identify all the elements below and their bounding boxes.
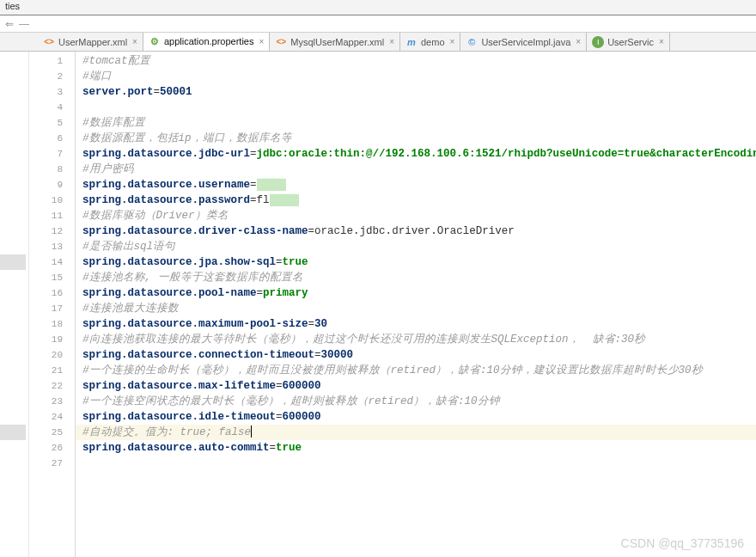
tab-usermapper-xml[interactable]: <>UserMapper.xml× bbox=[38, 33, 143, 51]
line-number: 18 bbox=[29, 316, 75, 332]
code-line[interactable]: spring.datasource.max-lifetime=600000 bbox=[76, 378, 756, 394]
java-file-icon: © bbox=[466, 36, 478, 48]
tab-userservice[interactable]: IUserServic× bbox=[587, 33, 670, 51]
tab-label: MysqlUserMapper.xml bbox=[290, 37, 384, 47]
redacted-value: ████ bbox=[257, 179, 286, 191]
line-number: 17 bbox=[29, 301, 75, 316]
line-number: 9 bbox=[29, 177, 75, 193]
breakpoint-gutter[interactable] bbox=[0, 52, 29, 557]
code-line[interactable]: #用户密码 bbox=[76, 162, 756, 177]
code-line[interactable]: spring.datasource.connection-timeout=300… bbox=[76, 347, 756, 363]
code-line[interactable]: #一个连接空闲状态的最大时长（毫秒），超时则被释放（retired），缺省:10… bbox=[76, 394, 756, 409]
line-number: 22 bbox=[29, 378, 75, 394]
tab-label: UserServiceImpl.java bbox=[481, 37, 570, 47]
tab-userserviceimpl-java[interactable]: ©UserServiceImpl.java× bbox=[460, 33, 587, 51]
window-title: ties bbox=[5, 1, 20, 11]
prop-file-icon: ⚙ bbox=[149, 35, 161, 47]
code-line[interactable] bbox=[76, 456, 756, 471]
code-line[interactable]: #连接池最大连接数 bbox=[76, 301, 756, 316]
line-number: 14 bbox=[29, 254, 75, 270]
code-line[interactable]: spring.datasource.auto-commit=true bbox=[76, 440, 756, 456]
line-number: 19 bbox=[29, 332, 75, 347]
line-number: 6 bbox=[29, 131, 75, 146]
code-line[interactable]: #端口 bbox=[76, 69, 756, 84]
window-title-bar: ties bbox=[0, 0, 756, 15]
line-number: 24 bbox=[29, 409, 75, 425]
tab-label: UserServic bbox=[607, 37, 654, 47]
code-line[interactable]: spring.datasource.idle-timeout=600000 bbox=[76, 409, 756, 425]
tab-label: UserMapper.xml bbox=[58, 37, 127, 47]
close-icon[interactable]: × bbox=[258, 37, 266, 46]
line-number: 1 bbox=[29, 53, 75, 69]
code-line[interactable]: #是否输出sql语句 bbox=[76, 239, 756, 254]
tab-mysqlusermapper-xml[interactable]: <>MysqlUserMapper.xml× bbox=[270, 33, 400, 51]
line-number: 12 bbox=[29, 223, 75, 239]
code-line[interactable]: #一个连接的生命时长（毫秒），超时而且没被使用则被释放（retired），缺省:… bbox=[76, 363, 756, 378]
close-icon[interactable]: × bbox=[131, 37, 139, 46]
code-line[interactable]: spring.datasource.jdbc-url=jdbc:oracle:t… bbox=[76, 146, 756, 162]
code-line[interactable]: #连接池名称, 一般等于这套数据库的配置名 bbox=[76, 270, 756, 285]
code-line[interactable]: #数据库配置 bbox=[76, 115, 756, 131]
line-number: 5 bbox=[29, 115, 75, 131]
line-number-gutter: 1234567891011121314151617181920212223242… bbox=[29, 52, 76, 557]
redacted-value: ████ bbox=[270, 194, 299, 206]
code-line[interactable]: spring.datasource.pool-name=primary bbox=[76, 285, 756, 301]
line-number: 2 bbox=[29, 69, 75, 84]
editor-tabs: <>UserMapper.xml×⚙application.properties… bbox=[0, 33, 756, 52]
code-line[interactable]: spring.datasource.driver-class-name=orac… bbox=[76, 223, 756, 239]
tab-application-properties[interactable]: ⚙application.properties× bbox=[143, 33, 270, 52]
code-line[interactable]: spring.datasource.jpa.show-sql=true bbox=[76, 254, 756, 270]
code-line[interactable] bbox=[76, 100, 756, 115]
gutter-marker bbox=[0, 254, 26, 270]
i-file-icon: I bbox=[592, 36, 604, 48]
tab-demo[interactable]: mdemo× bbox=[400, 33, 460, 51]
close-icon[interactable]: × bbox=[574, 37, 582, 46]
line-number: 11 bbox=[29, 208, 75, 223]
line-number: 8 bbox=[29, 162, 75, 177]
line-number: 27 bbox=[29, 456, 75, 471]
close-icon[interactable]: × bbox=[657, 37, 666, 46]
line-number: 16 bbox=[29, 285, 75, 301]
code-editor[interactable]: #tomcat配置#端口server.port=50001#数据库配置#数据源配… bbox=[76, 52, 756, 557]
code-line[interactable]: #向连接池获取连接的最大等待时长（毫秒），超过这个时长还没可用的连接则发生SQL… bbox=[76, 332, 756, 347]
tab-label: application.properties bbox=[164, 36, 254, 46]
m-file-icon: m bbox=[405, 36, 418, 48]
tab-label: demo bbox=[421, 37, 445, 47]
code-line[interactable]: spring.datasource.maximum-pool-size=30 bbox=[76, 316, 756, 332]
xml-file-icon: <> bbox=[43, 36, 55, 48]
line-number: 3 bbox=[29, 84, 75, 100]
line-number: 20 bbox=[29, 347, 75, 363]
code-line[interactable]: #数据库驱动（Driver）类名 bbox=[76, 208, 756, 223]
close-icon[interactable]: × bbox=[448, 37, 457, 46]
close-icon[interactable]: × bbox=[387, 37, 396, 46]
dash-icon[interactable]: — bbox=[19, 18, 29, 30]
line-number: 15 bbox=[29, 270, 75, 285]
code-line[interactable]: #数据源配置，包括ip，端口，数据库名等 bbox=[76, 131, 756, 146]
line-number: 10 bbox=[29, 193, 75, 208]
toolbar-strip: ⇐ — bbox=[0, 15, 756, 33]
line-number: 7 bbox=[29, 146, 75, 162]
line-number: 25 bbox=[29, 425, 75, 440]
line-number: 26 bbox=[29, 440, 75, 456]
collapse-icon[interactable]: ⇐ bbox=[5, 18, 14, 30]
code-line[interactable]: #自动提交。值为: true; false bbox=[76, 425, 756, 440]
xml-file-icon: <> bbox=[275, 36, 287, 48]
code-line[interactable]: server.port=50001 bbox=[76, 84, 756, 100]
code-line[interactable]: spring.datasource.password=fl████ bbox=[76, 193, 756, 208]
line-number: 4 bbox=[29, 100, 75, 115]
editor-area: 1234567891011121314151617181920212223242… bbox=[0, 52, 756, 557]
gutter-marker bbox=[0, 425, 26, 440]
line-number: 23 bbox=[29, 394, 75, 409]
line-number: 21 bbox=[29, 363, 75, 378]
line-number: 13 bbox=[29, 239, 75, 254]
code-line[interactable]: #tomcat配置 bbox=[76, 53, 756, 69]
text-cursor bbox=[251, 425, 252, 438]
code-line[interactable]: spring.datasource.username=████ bbox=[76, 177, 756, 193]
